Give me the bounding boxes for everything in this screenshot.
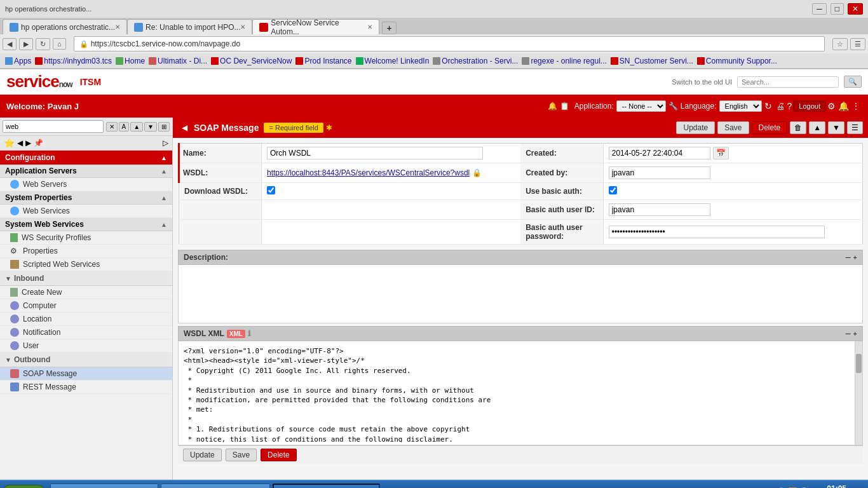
back-form-btn[interactable]: ◀ bbox=[178, 122, 191, 133]
search-case-btn[interactable]: A bbox=[119, 122, 130, 132]
system-web-services-section[interactable]: System Web Services ▲ bbox=[0, 218, 172, 231]
application-select[interactable]: -- None -- bbox=[616, 100, 666, 112]
start-button[interactable]: ⊞ Start bbox=[3, 485, 45, 488]
created-calendar-btn[interactable]: 📅 bbox=[713, 147, 729, 159]
search-up-btn[interactable]: ▲ bbox=[130, 122, 143, 132]
bm-ultimatix[interactable]: Ultimatix - Di... bbox=[149, 57, 207, 65]
sidebar-item-scripted[interactable]: Scripted Web Services bbox=[0, 258, 172, 271]
refresh-btn[interactable]: ↻ bbox=[764, 101, 772, 111]
more-btn[interactable]: ⋮ bbox=[851, 101, 860, 111]
quick-search-input[interactable] bbox=[737, 76, 839, 88]
back-btn[interactable]: ◀ bbox=[3, 38, 17, 50]
reload-btn[interactable]: ↻ bbox=[36, 38, 50, 50]
bm-orch[interactable]: Orchestration - Servi... bbox=[433, 57, 518, 65]
save-btn-top[interactable]: Save bbox=[717, 121, 749, 134]
description-collapse-btn[interactable]: ─ bbox=[846, 254, 851, 261]
delete-icon-btn[interactable]: 🗑 bbox=[790, 121, 806, 134]
notification-bell-btn[interactable]: 🔔 bbox=[838, 101, 849, 111]
search-down-btn[interactable]: ▼ bbox=[144, 122, 157, 132]
wsdl-row: WSDL: https://localhost:8443/PAS/service… bbox=[179, 163, 863, 183]
more-options-btn[interactable]: ☰ bbox=[847, 121, 863, 134]
created-by-input[interactable] bbox=[609, 166, 710, 179]
bm-sn[interactable]: SN_Customer Servi... bbox=[611, 57, 693, 65]
system-properties-section[interactable]: System Properties ▲ bbox=[0, 191, 172, 205]
bm-linkedin[interactable]: Welcome! LinkedIn bbox=[356, 57, 430, 65]
sidebar-item-properties[interactable]: ⚙ Properties bbox=[0, 245, 172, 258]
application-servers-section[interactable]: Application Servers ▲ bbox=[0, 165, 172, 178]
forward-btn[interactable]: ▶ bbox=[19, 38, 33, 50]
save-btn-bottom[interactable]: Save bbox=[226, 449, 257, 461]
use-basic-auth-checkbox[interactable] bbox=[609, 186, 617, 194]
logout-btn[interactable]: Logout bbox=[793, 100, 826, 112]
browser-tab-2[interactable]: Re: Unable to import HPO... ✕ bbox=[127, 19, 252, 34]
search-clear-btn[interactable]: ✕ bbox=[106, 122, 118, 132]
tab-close-1[interactable]: ✕ bbox=[115, 24, 120, 30]
update-btn-top[interactable]: Update bbox=[676, 121, 715, 134]
sidebar-pin-icon[interactable]: 📌 bbox=[34, 139, 43, 147]
settings-btn[interactable]: ☰ bbox=[850, 38, 865, 50]
sidebar-item-user[interactable]: User bbox=[0, 339, 172, 353]
browser-tab-3[interactable]: ServiceNow Service Autom... ✕ bbox=[252, 19, 379, 34]
created-input[interactable] bbox=[609, 147, 710, 159]
delete-btn-bottom[interactable]: Delete bbox=[261, 449, 297, 461]
sidebar-nav-icon1[interactable]: ◀ bbox=[17, 139, 23, 147]
sidebar-item-rest-message[interactable]: REST Message bbox=[0, 381, 172, 394]
xml-scrollbar[interactable] bbox=[855, 341, 862, 445]
sidebar-item-soap-message[interactable]: SOAP Message bbox=[0, 367, 172, 381]
tab-favicon-2 bbox=[134, 23, 143, 32]
bm-community[interactable]: Community Suppor... bbox=[697, 57, 777, 65]
bm-prod[interactable]: Prod Instance bbox=[295, 57, 351, 65]
maximize-btn[interactable]: □ bbox=[831, 3, 844, 15]
taskbar-item-3[interactable]: ServiceNow Service Auto... bbox=[273, 484, 380, 488]
sidebar-item-ws-security[interactable]: WS Security Profiles bbox=[0, 231, 172, 245]
description-expand-btn[interactable]: + bbox=[853, 254, 857, 261]
help-btn[interactable]: ? bbox=[787, 101, 792, 111]
update-btn-bottom[interactable]: Update bbox=[183, 449, 222, 461]
sidebar-item-create-new[interactable]: Create New bbox=[0, 286, 172, 299]
configuration-section[interactable]: Configuration ▲ bbox=[0, 151, 172, 165]
sidebar-collapse-icon[interactable]: ▷ bbox=[163, 139, 168, 147]
bm-oc-dev[interactable]: OC Dev_ServiceNow bbox=[211, 57, 292, 65]
move-down-btn[interactable]: ▼ bbox=[828, 121, 844, 134]
close-btn[interactable]: ✕ bbox=[848, 3, 863, 15]
wsdl-link[interactable]: https://localhost:8443/PAS/services/WSCe… bbox=[267, 168, 470, 177]
bookmark-btn[interactable]: ☆ bbox=[832, 38, 848, 50]
settings-icon-btn[interactable]: ⚙ bbox=[827, 101, 836, 111]
minimize-btn[interactable]: ─ bbox=[812, 3, 827, 15]
browser-tab-1[interactable]: hp operations orchestratic... ✕ bbox=[3, 19, 127, 34]
bm-regexe[interactable]: regexe - online regul... bbox=[522, 57, 606, 65]
sidebar-item-notification[interactable]: Notification bbox=[0, 326, 172, 339]
tab-close-3[interactable]: ✕ bbox=[367, 24, 372, 30]
taskbar-item-1[interactable]: hp operations orchestratic... bbox=[50, 484, 158, 488]
tab-close-2[interactable]: ✕ bbox=[240, 24, 245, 30]
sidebar-item-location[interactable]: Location bbox=[0, 313, 172, 326]
inbound-group: ▼ Inbound bbox=[0, 271, 172, 286]
sidebar-item-web-services[interactable]: Web Services bbox=[0, 205, 172, 218]
wsdl-collapse-btn[interactable]: ─ bbox=[846, 330, 851, 337]
xml-scrollbar-thumb[interactable] bbox=[856, 354, 862, 373]
home-btn[interactable]: ⌂ bbox=[53, 38, 66, 50]
sidebar-item-web-servers[interactable]: Web Servers bbox=[0, 178, 172, 191]
move-up-btn[interactable]: ▲ bbox=[809, 121, 825, 134]
quick-search-btn[interactable]: 🔍 bbox=[844, 76, 862, 88]
sidebar-search-input[interactable] bbox=[3, 120, 104, 133]
taskbar-item-2[interactable]: Re: Unable to import HPO... bbox=[161, 484, 269, 488]
basic-auth-password-input[interactable] bbox=[609, 226, 825, 238]
language-select[interactable]: English bbox=[719, 100, 762, 112]
basic-auth-user-id-input[interactable] bbox=[609, 203, 710, 216]
new-tab-btn[interactable]: + bbox=[382, 22, 396, 34]
search-expand-btn[interactable]: ⊞ bbox=[158, 122, 170, 132]
bm-apps[interactable]: Apps bbox=[5, 57, 31, 65]
bm-home[interactable]: Home bbox=[116, 57, 145, 65]
download-wsdl-checkbox[interactable] bbox=[267, 186, 275, 194]
sidebar-nav-icon2[interactable]: ▶ bbox=[25, 139, 31, 147]
print-btn[interactable]: 🖨 bbox=[776, 101, 785, 111]
sidebar-home-icon[interactable]: ⭐ bbox=[4, 138, 15, 148]
delete-btn-top[interactable]: Delete bbox=[752, 121, 788, 134]
sidebar-item-computer[interactable]: Computer bbox=[0, 299, 172, 313]
name-input[interactable] bbox=[267, 147, 483, 159]
browser-chrome: hp operations orchestratio... ─ □ ✕ hp o… bbox=[0, 0, 868, 69]
bm-inhydm[interactable]: https://inhydm03.tcs bbox=[35, 57, 112, 65]
wsdl-expand-btn[interactable]: + bbox=[853, 330, 857, 337]
description-textarea[interactable] bbox=[181, 268, 860, 318]
